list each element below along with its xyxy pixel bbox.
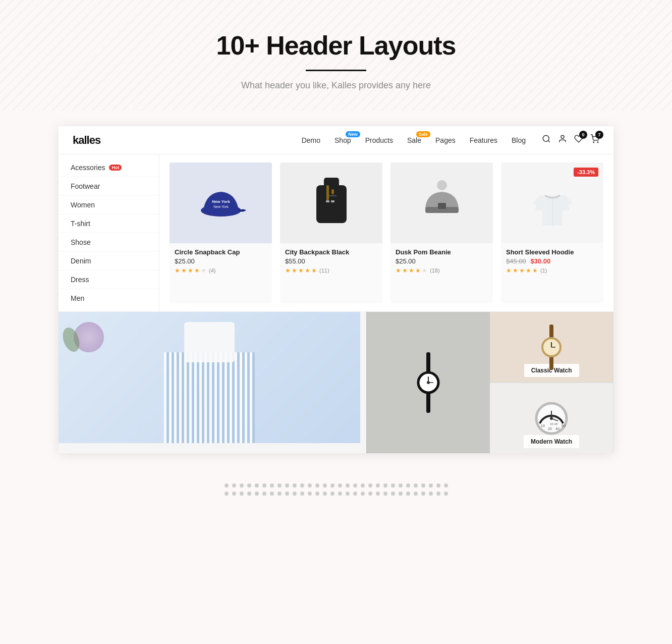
sidebar-item-footwear[interactable]: Footwear bbox=[59, 177, 159, 196]
svg-rect-12 bbox=[331, 189, 334, 194]
dot bbox=[338, 484, 342, 488]
hero-title: 10+ Header Layouts bbox=[10, 30, 662, 61]
svg-point-0 bbox=[543, 135, 549, 141]
modern-watch-svg: 10 20 40 60 10·18 bbox=[534, 401, 569, 436]
dot bbox=[308, 484, 312, 488]
dot bbox=[376, 492, 380, 496]
dot bbox=[255, 492, 259, 496]
product-info-2: City Backpack Black $55.00 ★ ★ ★ ★ ★ (11… bbox=[280, 243, 382, 278]
svg-rect-9 bbox=[324, 178, 339, 188]
dot bbox=[391, 484, 395, 488]
product-name-4: Short Sleeved Hoodie bbox=[506, 248, 598, 256]
sidebar-item-denim[interactable]: Denim bbox=[59, 252, 159, 271]
product-img-4: -33.3% bbox=[501, 163, 603, 243]
old-price: $45.00 bbox=[506, 257, 526, 265]
dropdown-area: Acessories Hot Footwear Women T-shirt Sh… bbox=[59, 154, 613, 312]
sidebar-item-men[interactable]: Men bbox=[59, 289, 159, 307]
svg-line-1 bbox=[548, 140, 549, 142]
wishlist-icon[interactable]: 0 bbox=[574, 134, 583, 146]
svg-rect-11 bbox=[326, 185, 329, 200]
svg-text:10·18: 10·18 bbox=[550, 422, 558, 425]
sidebar-item-accessories[interactable]: Acessories Hot bbox=[59, 158, 159, 177]
discount-badge: -33.3% bbox=[574, 168, 598, 177]
dot bbox=[255, 484, 259, 488]
nav-item-demo[interactable]: Demo bbox=[302, 136, 320, 144]
dot bbox=[406, 484, 410, 488]
nav-item-shop[interactable]: Shop New bbox=[334, 136, 351, 144]
dot bbox=[270, 492, 274, 496]
dot bbox=[232, 492, 236, 496]
dot bbox=[346, 492, 350, 496]
svg-point-33 bbox=[550, 417, 553, 420]
svg-text:New York: New York bbox=[213, 205, 229, 208]
dot bbox=[323, 492, 327, 496]
svg-rect-13 bbox=[326, 200, 329, 202]
store-preview: kalles Demo Shop New Products Sale Sale … bbox=[59, 126, 613, 453]
svg-text:New York: New York bbox=[212, 199, 230, 204]
product-card-1[interactable]: New York New York Circle Snapback Cap $2… bbox=[170, 163, 272, 303]
nav-item-products[interactable]: Products bbox=[365, 136, 393, 144]
collection-women[interactable]: Women Collection bbox=[59, 312, 360, 443]
user-icon[interactable] bbox=[558, 134, 567, 146]
collection-modern-watch[interactable]: 10 20 40 60 10·18 Modern Watch bbox=[490, 383, 613, 453]
cart-icon[interactable]: 7 bbox=[590, 134, 599, 146]
nav-item-pages[interactable]: Pages bbox=[435, 136, 456, 144]
dots-row-1 bbox=[0, 484, 672, 488]
dot bbox=[293, 484, 297, 488]
sidebar-item-women[interactable]: Women bbox=[59, 196, 159, 214]
hero-divider bbox=[306, 70, 366, 71]
hero-section: 10+ Header Layouts What header you like,… bbox=[0, 0, 672, 111]
accessories-watch-svg bbox=[413, 352, 443, 413]
nav-item-features[interactable]: Features bbox=[470, 136, 497, 144]
product-price-2: $55.00 bbox=[285, 257, 377, 265]
dot bbox=[262, 484, 266, 488]
navbar-icons: 0 7 bbox=[542, 134, 599, 146]
product-stars-3: ★ ★ ★ ★ ★ (18) bbox=[396, 267, 488, 274]
review-count-4: (1) bbox=[540, 267, 547, 274]
new-price: $30.00 bbox=[530, 257, 550, 265]
svg-point-2 bbox=[561, 135, 564, 138]
dot bbox=[240, 492, 244, 496]
navbar-logo[interactable]: kalles bbox=[73, 134, 100, 147]
dot bbox=[444, 484, 448, 488]
product-card-3[interactable]: Dusk Pom Beanie $25.00 ★ ★ ★ ★ ★ (18) bbox=[390, 163, 493, 303]
dot bbox=[429, 492, 433, 496]
cart-count: 7 bbox=[595, 131, 603, 139]
backpack-image bbox=[309, 175, 354, 231]
sidebar-item-tshirt[interactable]: T-shirt bbox=[59, 214, 159, 233]
svg-point-29 bbox=[427, 381, 430, 384]
product-price-1: $25.00 bbox=[175, 257, 267, 265]
product-info-3: Dusk Pom Beanie $25.00 ★ ★ ★ ★ ★ (18) bbox=[390, 243, 493, 278]
product-price-4: $45.00 $30.00 bbox=[506, 257, 598, 265]
collection-classic-watch[interactable]: Classic Watch bbox=[490, 312, 613, 383]
beanie-image bbox=[419, 178, 465, 228]
dot bbox=[421, 484, 425, 488]
product-img-3 bbox=[390, 163, 493, 243]
dot bbox=[323, 484, 327, 488]
sidebar-item-dress[interactable]: Dress bbox=[59, 271, 159, 289]
nav-item-sale[interactable]: Sale Sale bbox=[407, 136, 421, 144]
hoodie-image bbox=[530, 175, 575, 231]
svg-rect-17 bbox=[438, 203, 446, 209]
dot bbox=[247, 484, 251, 488]
sidebar-item-shose[interactable]: Shose bbox=[59, 233, 159, 252]
product-price-3: $25.00 bbox=[396, 257, 488, 265]
dot bbox=[368, 492, 372, 496]
search-icon[interactable] bbox=[542, 134, 551, 146]
hot-badge: Hot bbox=[109, 165, 122, 171]
product-card-4[interactable]: -33.3% Short Sleeved Hoodie bbox=[501, 163, 603, 303]
dot bbox=[262, 492, 266, 496]
product-card-2[interactable]: City Backpack Black $55.00 ★ ★ ★ ★ ★ (11… bbox=[280, 163, 382, 303]
dot bbox=[330, 492, 334, 496]
dot bbox=[414, 492, 418, 496]
dot bbox=[391, 492, 395, 496]
dot bbox=[270, 484, 274, 488]
sale-badge: Sale bbox=[416, 131, 431, 137]
svg-point-4 bbox=[597, 142, 598, 143]
dot bbox=[346, 484, 350, 488]
dot bbox=[330, 484, 334, 488]
dots-row-2 bbox=[0, 492, 672, 496]
nav-item-blog[interactable]: Blog bbox=[512, 136, 526, 144]
review-count-3: (18) bbox=[430, 267, 440, 274]
collection-accessories[interactable]: Accessories bbox=[366, 312, 490, 453]
